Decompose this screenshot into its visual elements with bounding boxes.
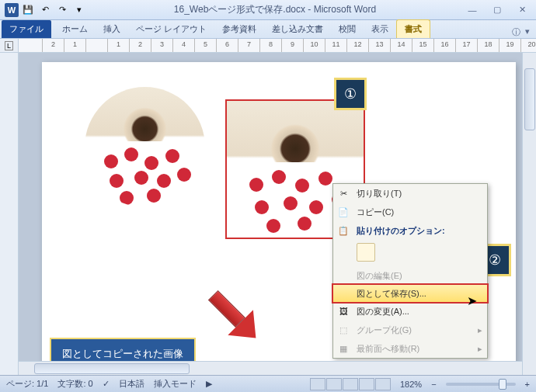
ribbon-help: ⓘ ▾ (512, 26, 530, 38)
tab-file[interactable]: ファイル (2, 20, 51, 38)
horizontal-ruler[interactable]: 211234567891011121314151617181920212223 (19, 39, 536, 52)
ribbon-tabs: ファイル ホーム 挿入 ページ レイアウト 参考資料 差し込み文書 校閲 表示 … (0, 20, 536, 39)
menu-edit-picture: 図の編集(E) (333, 266, 487, 285)
titlebar: W 💾 ↶ ↷ ▾ 16_Webページ形式で保存.docx - Microsof… (0, 0, 536, 20)
close-button[interactable]: ✕ (513, 3, 531, 17)
window-title: 16_Webページ形式で保存.docx - Microsoft Word (87, 3, 463, 16)
bring-front-icon: ▦ (336, 342, 350, 356)
word-icon[interactable]: W (5, 3, 19, 17)
qat-dropdown[interactable]: ▾ (71, 2, 87, 18)
window-controls: — ▢ ✕ (463, 3, 531, 17)
copied-image-circle[interactable] (85, 87, 205, 207)
scissors-icon: ✂ (336, 186, 350, 200)
scrollbar-thumb[interactable] (34, 363, 190, 374)
tab-format[interactable]: 書式 (396, 19, 430, 38)
minimize-button[interactable]: — (463, 3, 482, 17)
save-button[interactable]: 💾 (20, 2, 36, 18)
vertical-scrollbar[interactable] (522, 53, 536, 377)
tab-references[interactable]: 参考資料 (214, 20, 264, 38)
annotation-badge-1: ① (334, 78, 367, 110)
view-buttons (310, 378, 391, 390)
menu-paste-header: 📋貼り付けのオプション: (333, 221, 487, 240)
status-insert-mode[interactable]: 挿入モード (154, 378, 197, 390)
copy-icon: 📄 (336, 205, 350, 219)
tab-view[interactable]: 表示 (364, 20, 396, 38)
context-menu: ✂切り取り(T) 📄コピー(C) 📋貼り付けのオプション: 図の編集(E) 図と… (332, 183, 488, 359)
status-page[interactable]: ページ: 1/1 (6, 378, 48, 390)
menu-cut[interactable]: ✂切り取り(T) (333, 184, 487, 203)
horizontal-scrollbar[interactable] (19, 361, 522, 375)
zoom-thumb[interactable] (499, 379, 506, 390)
status-macro[interactable]: ▶ (206, 379, 212, 389)
tab-layout[interactable]: ページ レイアウト (128, 20, 214, 38)
zoom-level[interactable]: 182% (400, 380, 422, 389)
menu-copy[interactable]: 📄コピー(C) (333, 203, 487, 221)
redo-button[interactable]: ↷ (54, 2, 70, 18)
status-spellcheck[interactable]: ✓ (103, 379, 110, 389)
paste-option-keep[interactable] (357, 243, 375, 262)
statusbar: ページ: 1/1 文字数: 0 ✓ 日本語 挿入モード ▶ 182% − + (0, 375, 536, 392)
tab-insert[interactable]: 挿入 (96, 20, 128, 38)
view-full-screen[interactable] (326, 378, 342, 390)
group-icon: ⬚ (336, 323, 350, 337)
help-icon[interactable]: ⓘ (512, 26, 520, 38)
tab-review[interactable]: 校閲 (331, 20, 364, 38)
tab-home[interactable]: ホーム (54, 20, 96, 38)
maximize-button[interactable]: ▢ (488, 3, 506, 17)
view-outline[interactable] (359, 378, 374, 390)
view-draft[interactable] (375, 378, 391, 390)
view-print-layout[interactable] (310, 378, 325, 390)
resize-handle[interactable] (225, 166, 226, 172)
zoom-in-button[interactable]: + (525, 380, 530, 389)
menu-group: ⬚グループ化(G)▸ (333, 321, 487, 339)
scrollbar-thumb[interactable] (524, 68, 535, 130)
view-web-layout[interactable] (343, 378, 358, 390)
menu-bring-front: ▦最前面へ移動(R)▸ (333, 339, 487, 358)
status-language[interactable]: 日本語 (119, 378, 144, 390)
resize-handle[interactable] (292, 99, 298, 100)
collapse-ribbon-icon[interactable]: ▾ (525, 26, 530, 38)
vertical-ruler[interactable] (0, 53, 19, 377)
resize-handle[interactable] (292, 238, 298, 239)
annotation-arrow (194, 276, 271, 353)
resize-handle[interactable] (225, 238, 226, 239)
quick-access-toolbar: W 💾 ↶ ↷ ▾ (5, 2, 87, 18)
status-word-count[interactable]: 文字数: 0 (57, 378, 92, 390)
paste-icon: 📋 (336, 224, 350, 238)
change-picture-icon: 🖼 (336, 304, 350, 318)
tab-mailings[interactable]: 差し込み文書 (264, 20, 331, 38)
undo-button[interactable]: ↶ (37, 2, 53, 18)
resize-handle[interactable] (225, 99, 226, 100)
zoom-out-button[interactable]: − (431, 380, 436, 389)
resize-handle[interactable] (364, 166, 365, 172)
zoom-slider[interactable] (446, 383, 516, 386)
paste-options (333, 240, 487, 266)
menu-change-picture[interactable]: 🖼図の変更(A)... (333, 302, 487, 321)
ruler-row: L 21123456789101112131415161718192021222… (0, 39, 536, 53)
ruler-toggle[interactable]: L (0, 39, 19, 52)
menu-save-as-picture[interactable]: 図として保存(S)... (332, 284, 488, 303)
